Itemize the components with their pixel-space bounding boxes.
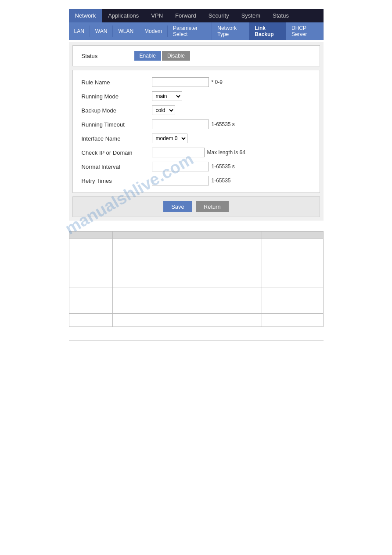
table-cell: [69, 287, 113, 314]
rule-name-label: Rule Name: [82, 79, 152, 86]
return-button[interactable]: Return: [196, 201, 229, 212]
enable-button[interactable]: Enable: [134, 51, 161, 61]
action-section: Save Return: [72, 196, 320, 217]
table-cell: [262, 252, 323, 287]
table-cell: [69, 239, 113, 252]
nav-system[interactable]: System: [235, 9, 266, 22]
normal-interval-hint: 1-65535 s: [212, 163, 235, 170]
running-timeout-hint: 1-65535 s: [212, 121, 235, 127]
nav-status[interactable]: Status: [266, 9, 295, 22]
table-cell: [262, 239, 323, 252]
disable-button[interactable]: Disable: [162, 51, 190, 61]
content-area: Status Enable Disable Rule Name * 0-9 Ru…: [69, 42, 324, 221]
check-ip-label: Check IP or Domain: [82, 149, 152, 156]
page-wrapper: manualshlive.com Network Applications VP…: [0, 0, 392, 353]
status-section: Status Enable Disable: [72, 45, 320, 66]
table-cell: [113, 252, 262, 287]
retry-times-label: Retry Times: [82, 178, 152, 184]
table-row: [69, 239, 323, 252]
running-mode-label: Running Mode: [82, 93, 152, 100]
table-row: [69, 252, 323, 287]
form-row-normal-interval: Normal Interval 1-65535 s: [82, 162, 311, 171]
bottom-divider: [69, 340, 324, 344]
table-cell: [113, 239, 262, 252]
subnav-network-type[interactable]: Network Type: [212, 22, 249, 40]
table-cell: [262, 314, 323, 327]
check-ip-input[interactable]: [152, 148, 205, 157]
table-cell: [69, 252, 113, 287]
table-cell: [113, 314, 262, 327]
form-row-running-mode: Running Mode main backup: [82, 91, 311, 101]
check-ip-hint: Max length is 64: [207, 149, 245, 156]
rule-name-input[interactable]: [152, 77, 209, 87]
subnav-modem[interactable]: Modem: [139, 25, 168, 37]
running-timeout-label: Running Timeout: [82, 121, 152, 128]
running-timeout-input[interactable]: [152, 120, 209, 129]
table-row: [69, 287, 323, 314]
sub-nav: LAN WAN WLAN Modem Parameter Select Netw…: [69, 22, 324, 40]
main-nav: Network Applications VPN Forward Securit…: [69, 9, 324, 22]
form-row-interface-name: Interface Name modem 0 modem 1 modem 2: [82, 134, 311, 143]
form-row-backup-mode: Backup Mode cold hot: [82, 105, 311, 115]
save-button[interactable]: Save: [163, 201, 192, 212]
subnav-wlan[interactable]: WLAN: [113, 25, 139, 37]
table-header-col1: [69, 232, 113, 239]
retry-times-hint: 1-65535: [212, 178, 231, 184]
rule-name-hint: * 0-9: [212, 79, 223, 85]
table-header-col2: [113, 232, 262, 239]
nav-network[interactable]: Network: [69, 9, 102, 22]
form-row-running-timeout: Running Timeout 1-65535 s: [82, 120, 311, 129]
table-cell: [262, 287, 323, 314]
table-wrapper: [69, 231, 324, 327]
subnav-parameter-select[interactable]: Parameter Select: [168, 22, 212, 40]
nav-security[interactable]: Security: [202, 9, 235, 22]
table-row: [69, 314, 323, 327]
table-cell: [69, 314, 113, 327]
backup-mode-select[interactable]: cold hot: [152, 105, 175, 115]
table-header-col3: [262, 232, 323, 239]
subnav-wan[interactable]: WAN: [90, 25, 113, 37]
retry-times-input[interactable]: [152, 176, 209, 185]
form-row-rule-name: Rule Name * 0-9: [82, 77, 311, 87]
interface-name-select[interactable]: modem 0 modem 1 modem 2: [152, 134, 187, 143]
nav-applications[interactable]: Applications: [102, 9, 145, 22]
form-row-retry-times: Retry Times 1-65535: [82, 176, 311, 185]
content-wrapper: Network Applications VPN Forward Securit…: [69, 0, 324, 353]
nav-vpn[interactable]: VPN: [145, 9, 169, 22]
form-row-check-ip: Check IP or Domain Max length is 64: [82, 148, 311, 157]
interface-name-label: Interface Name: [82, 135, 152, 142]
subnav-dhcp-server[interactable]: DHCP Server: [286, 22, 324, 40]
subnav-lan[interactable]: LAN: [69, 25, 90, 37]
normal-interval-input[interactable]: [152, 162, 209, 171]
running-mode-select[interactable]: main backup: [152, 91, 182, 101]
backup-mode-label: Backup Mode: [82, 107, 152, 114]
status-label: Status: [82, 53, 134, 59]
normal-interval-label: Normal Interval: [82, 163, 152, 170]
nav-forward[interactable]: Forward: [169, 9, 202, 22]
info-table: [69, 231, 324, 327]
subnav-link-backup[interactable]: Link Backup: [249, 22, 286, 40]
form-section: Rule Name * 0-9 Running Mode main backup…: [72, 70, 320, 193]
table-cell: [113, 287, 262, 314]
